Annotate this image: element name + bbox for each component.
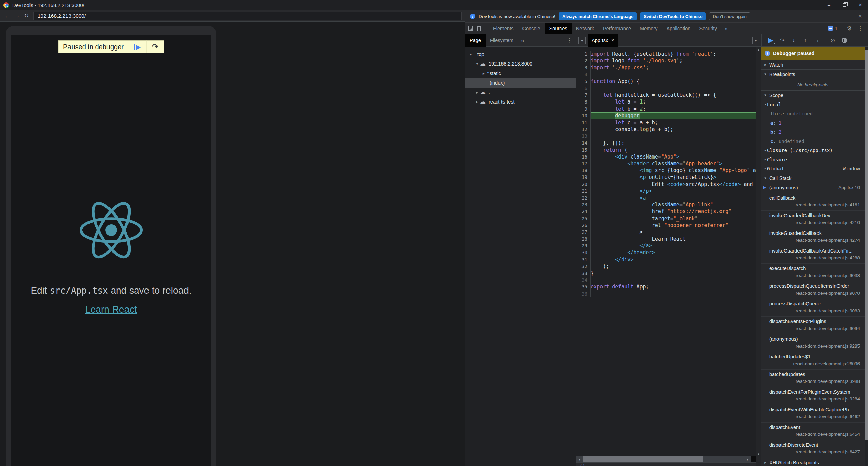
scroll-left-icon[interactable]: ◂ [576, 458, 582, 461]
close-tab-icon[interactable]: ✕ [611, 38, 614, 43]
line-number[interactable]: 26 [576, 222, 591, 229]
code-line-36[interactable]: 36 [576, 291, 756, 297]
line-number[interactable]: 35 [576, 283, 591, 290]
settings-button[interactable]: ⚙ [844, 24, 854, 33]
learn-react-link[interactable]: Learn React [11, 304, 211, 315]
pause-on-exceptions-button[interactable] [839, 36, 849, 45]
tree-item--[interactable]: ▸☁. [465, 88, 576, 97]
line-number[interactable]: 7 [576, 92, 591, 98]
section-watch[interactable]: ▸ Watch [761, 60, 865, 69]
device-toolbar-button[interactable] [475, 24, 486, 33]
scope-group-closure-src-app-tsx-[interactable]: ▸Closure (./src/App.tsx) [761, 146, 865, 155]
more-navigator-tabs-button[interactable]: » [518, 38, 527, 43]
tab-performance[interactable]: Performance [598, 23, 635, 34]
stack-frame-invokeguardedcallbackandcatchfir-[interactable]: invokeGuardedCallbackAndCatchFir...react… [761, 246, 865, 263]
code-line-3[interactable]: 3import './App.css'; [576, 64, 756, 71]
stack-frame-dispatcheventwithenablecaptureph-[interactable]: dispatchEventWithEnableCapturePh...react… [761, 405, 865, 422]
tab-application[interactable]: Application [662, 23, 695, 34]
tab-console[interactable]: Console [518, 23, 545, 34]
step-over-button[interactable]: ↷ [777, 36, 787, 45]
scroll-right-icon[interactable]: ▸ [745, 458, 751, 461]
caret-icon[interactable]: ▸ [474, 90, 480, 95]
line-number[interactable]: 15 [576, 147, 591, 153]
stack-frame-invokeguardedcallback[interactable]: invokeGuardedCallbackreact-dom.developme… [761, 228, 865, 246]
tab-security[interactable]: Security [695, 23, 721, 34]
close-button[interactable]: ✕ [852, 0, 868, 10]
back-button[interactable]: ← [3, 11, 12, 21]
line-number[interactable]: 32 [576, 263, 591, 270]
stack-frame-processdispatchqueueitemsinorder[interactable]: processDispatchQueueItemsInOrderreact-do… [761, 281, 865, 299]
line-number[interactable]: 28 [576, 236, 591, 242]
caret-icon[interactable]: ▾ [474, 62, 480, 66]
line-number[interactable]: 20 [576, 181, 591, 188]
line-number[interactable]: 5 [576, 78, 591, 85]
line-number[interactable]: 6 [576, 85, 591, 92]
deactivate-breakpoints-button[interactable]: ⊘ [828, 36, 838, 45]
code-line-2[interactable]: 2import logo from './logo.svg'; [576, 57, 756, 64]
stack-frame-callcallback[interactable]: callCallbackreact-dom.development.js:416… [761, 193, 865, 210]
code-line-1[interactable]: 1import React, {useCallback} from 'react… [576, 51, 756, 57]
line-number[interactable]: 14 [576, 139, 591, 146]
code-line-9[interactable]: 9 let b = 2; [576, 106, 756, 112]
tab-network[interactable]: Network [572, 23, 598, 34]
more-panels-button[interactable]: » [722, 25, 731, 31]
scope-group-global[interactable]: ▸GlobalWindow [761, 164, 865, 173]
code-line-33[interactable]: 33} [576, 270, 756, 277]
navigator-menu-button[interactable]: ⋮ [563, 37, 576, 43]
stack-frame-batchedupdates[interactable]: batchedUpdatesreact-dom.development.js:3… [761, 369, 865, 387]
url-input[interactable]: 192.168.2.213:3000/ [33, 12, 462, 20]
code-line-23[interactable]: 23 className="App-link" [576, 201, 756, 208]
line-number[interactable]: 8 [576, 98, 591, 105]
code-line-34[interactable]: 34 [576, 277, 756, 283]
resume-script-button[interactable]: ▶▾ [766, 36, 776, 45]
editor-horizontal-scrollbar[interactable]: ◂ ▸ [576, 456, 756, 462]
code-line-18[interactable]: 18 <img src={logo} className="App-logo" … [576, 167, 756, 174]
stack-frame-batchedupdates$1[interactable]: batchedUpdates$1react-dom.development.js… [761, 352, 865, 369]
code-area[interactable]: 1import React, {useCallback} from 'react… [576, 47, 756, 456]
scope-var-b[interactable]: b:2 [761, 127, 865, 136]
tree-item-top[interactable]: ▾top [465, 50, 576, 59]
code-line-27[interactable]: 27 > [576, 229, 756, 236]
step-out-button[interactable]: ↑ [800, 36, 810, 45]
stack-frame-processdispatchqueue[interactable]: processDispatchQueuereact-dom.developmen… [761, 299, 865, 316]
stack-frame--anonymous-[interactable]: (anonymous)react-dom.development.js:9285 [761, 334, 865, 352]
inspect-element-button[interactable] [465, 24, 475, 33]
code-line-24[interactable]: 24 href="https://reactjs.org" [576, 208, 756, 215]
stack-frame-dispatcheventsforplugins[interactable]: dispatchEventsForPluginsreact-dom.develo… [761, 316, 865, 334]
line-number[interactable]: 29 [576, 242, 591, 249]
code-line-10[interactable]: 10 debugger [576, 112, 756, 119]
tree-item-static[interactable]: ▸static [465, 69, 576, 78]
expand-sidebar-button[interactable]: ▸ [752, 37, 760, 44]
code-line-16[interactable]: 16 <div className="App"> [576, 153, 756, 160]
scrollbar-thumb[interactable] [865, 50, 868, 440]
minimize-button[interactable]: – [821, 0, 837, 10]
dont-show-again-button[interactable]: Don't show again [709, 12, 750, 20]
stack-frame-dispatchevent[interactable]: dispatchEventreact-dom.development.js:64… [761, 422, 865, 440]
code-line-11[interactable]: 11 let c = a + b; [576, 119, 756, 126]
code-line-21[interactable]: 21 </p> [576, 188, 756, 194]
banner-resume-button[interactable]: ▶ [129, 40, 146, 53]
stack-frame-dispatcheventforplugineventsystem[interactable]: dispatchEventForPluginEventSystemreact-d… [761, 387, 865, 405]
code-line-19[interactable]: 19 <p onClick={handleClick}> [576, 174, 756, 181]
line-number[interactable]: 16 [576, 153, 591, 160]
tab-sources[interactable]: Sources [545, 23, 572, 34]
code-line-13[interactable]: 13 [576, 133, 756, 139]
code-line-22[interactable]: 22 <a [576, 194, 756, 201]
line-number[interactable]: 23 [576, 201, 591, 208]
line-number[interactable]: 9 [576, 106, 591, 112]
code-line-12[interactable]: 12 console.log(a + b); [576, 126, 756, 133]
line-number[interactable]: 2 [576, 57, 591, 64]
code-line-20[interactable]: 20 Edit <code>src/App.tsx</code> and sav… [576, 181, 756, 188]
code-line-30[interactable]: 30 </header> [576, 249, 756, 256]
scrollbar-thumb[interactable] [583, 456, 703, 462]
tree-item-react-ts-test[interactable]: ▸☁react-ts-test [465, 97, 576, 107]
devtools-menu-button[interactable]: ⋮ [855, 24, 865, 33]
line-number[interactable]: 11 [576, 119, 591, 126]
scope-var-c[interactable]: c:undefined [761, 136, 865, 146]
code-line-26[interactable]: 26 rel="noopener noreferrer" [576, 222, 756, 229]
line-number[interactable]: 21 [576, 188, 591, 194]
stack-frame-executedispatch[interactable]: executeDispatchreact-dom.development.js:… [761, 263, 865, 281]
tab-elements[interactable]: Elements [489, 23, 518, 34]
line-number[interactable]: 24 [576, 208, 591, 215]
sidebar-scrollbar[interactable] [865, 47, 868, 466]
